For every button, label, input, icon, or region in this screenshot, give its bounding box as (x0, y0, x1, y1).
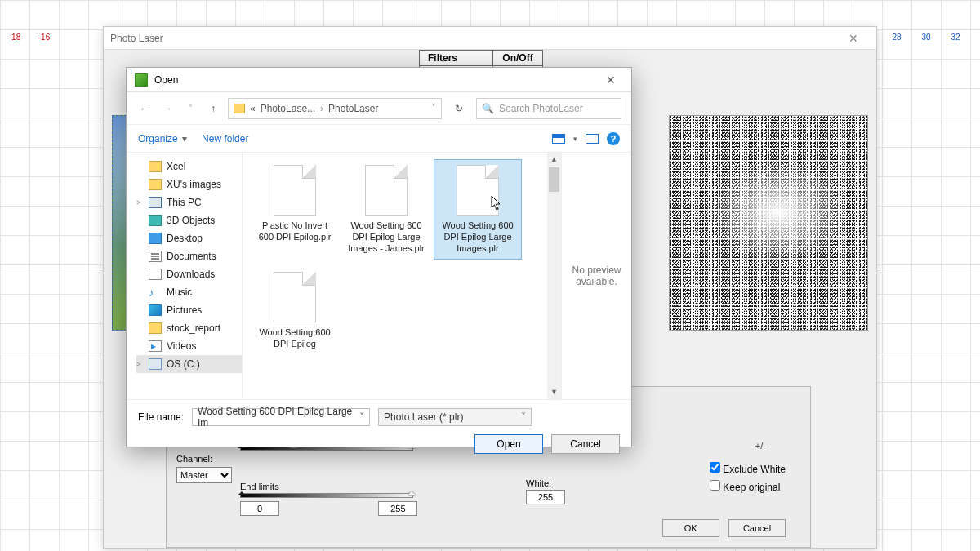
file-name: Plastic No Invert 600 DPI Epilog.plr (255, 220, 335, 243)
search-input[interactable]: 🔍 Search PhotoLaser (476, 98, 621, 119)
preview-pane-icon[interactable] (586, 134, 599, 144)
preview-message: No preview available. (567, 264, 626, 287)
app-icon (135, 73, 148, 87)
dialog-footer: File name: Wood Setting 600 DPI Epilog L… (127, 399, 631, 462)
folder-icon (149, 322, 162, 334)
chevron-down-icon[interactable]: ˅ (521, 411, 526, 423)
navbar: ← → ˅ ↑ « PhotoLase... › PhotoLaser ˅ ↻ … (127, 92, 631, 125)
toolbar: Organize ▾ New folder ▾ ? (127, 125, 631, 153)
file-item[interactable]: Wood Setting 600 DPI Epilog Large Images… (342, 159, 430, 260)
plusminus-label: +/- (755, 441, 766, 451)
folder-icon (149, 179, 162, 190)
folder-icon (234, 104, 245, 113)
address-bar[interactable]: « PhotoLase... › PhotoLaser ˅ (228, 98, 442, 119)
filters-header: Filters (420, 51, 493, 65)
tree-item[interactable]: Xcel (136, 158, 242, 176)
endlimits-label: End limits (240, 482, 417, 491)
new-folder-button[interactable]: New folder (202, 133, 248, 144)
cancel-button[interactable]: Cancel (728, 519, 786, 537)
file-name: Wood Setting 600 DPI Epilog (255, 327, 335, 350)
channel-select[interactable]: Master (176, 467, 232, 483)
chevron-down-icon[interactable]: ˅ (359, 411, 364, 423)
breadcrumb-2[interactable]: PhotoLaser (328, 103, 378, 114)
organize-menu[interactable]: Organize ▾ (138, 133, 187, 144)
dialog-title: Open (154, 74, 599, 86)
3d-icon (149, 215, 162, 226)
result-image[interactable] (669, 115, 868, 331)
dl-icon (149, 269, 162, 280)
tree-item[interactable]: 3D Objects (136, 211, 242, 229)
file-icon (365, 165, 408, 216)
file-name: Wood Setting 600 DPI Epilog Large Images… (346, 220, 426, 254)
chevron-down-icon: ▾ (182, 133, 187, 144)
endlimits-hi-handle[interactable] (408, 487, 416, 495)
endlimits-slider[interactable] (240, 493, 413, 498)
file-name: Wood Setting 600 DPI Epilog Large Images… (438, 220, 518, 254)
search-icon: 🔍 (482, 103, 494, 114)
tree-item[interactable]: Documents (136, 247, 242, 265)
endlimits-group: End limits (240, 482, 417, 516)
up-icon[interactable]: ↑ (205, 100, 221, 117)
ok-button[interactable]: OK (662, 519, 719, 537)
refresh-icon[interactable]: ↻ (448, 103, 470, 114)
endlimits-lo-input[interactable] (240, 501, 279, 516)
white-label: White: (526, 478, 565, 488)
drive-icon (149, 358, 162, 370)
keep-original-option[interactable]: Keep original (710, 480, 786, 493)
cancel-button[interactable]: Cancel (551, 434, 620, 454)
tree-item[interactable]: Pictures (136, 301, 242, 319)
tree-item[interactable]: >This PC (136, 193, 242, 211)
tree-item[interactable]: Desktop (136, 229, 242, 247)
music-icon (149, 287, 162, 298)
tree-item[interactable]: >OS (C:) (136, 355, 242, 373)
endlimits-hi-input[interactable] (378, 501, 417, 516)
tree-item[interactable]: Downloads (136, 265, 242, 283)
open-button[interactable]: Open (474, 434, 543, 454)
back-icon[interactable]: ← (136, 100, 153, 117)
file-item[interactable]: Plastic No Invert 600 DPI Epilog.plr (251, 159, 339, 260)
desk-icon (149, 233, 162, 244)
keep-original-checkbox[interactable] (710, 480, 720, 491)
dialog-buttons: OK Cancel (656, 519, 786, 537)
file-icon (457, 165, 499, 216)
close-icon[interactable]: ✕ (599, 73, 623, 87)
nav-tree[interactable]: XcelXU's images>This PC3D ObjectsDesktop… (127, 153, 243, 399)
endlimits-lo-handle[interactable] (238, 487, 246, 495)
chevron-down-icon[interactable]: ˅ (431, 103, 436, 114)
dialog-titlebar[interactable]: Open ✕ (127, 68, 631, 92)
chevron-down-icon[interactable]: ▾ (573, 135, 577, 143)
view-mode-icon[interactable] (552, 134, 565, 144)
file-item[interactable]: Wood Setting 600 DPI Epilog Large Images… (434, 159, 522, 260)
filename-value: Wood Setting 600 DPI Epilog Large Im (198, 406, 359, 429)
tree-item[interactable]: Videos (136, 337, 242, 355)
chevron-right-icon: › (320, 103, 323, 114)
exclude-white-option[interactable]: Exclude White (710, 462, 786, 475)
white-input[interactable] (526, 490, 565, 504)
file-icon (274, 165, 316, 216)
exclude-white-checkbox[interactable] (710, 462, 720, 473)
scrollbar[interactable]: ▲ ▼ (547, 153, 561, 399)
options-group: Exclude White Keep original (710, 457, 786, 498)
breadcrumb-1[interactable]: PhotoLase... (261, 103, 315, 114)
scroll-thumb[interactable] (549, 167, 559, 192)
tree-item[interactable]: XU's images (136, 176, 242, 193)
search-placeholder: Search PhotoLaser (499, 103, 583, 114)
filename-combo[interactable]: Wood Setting 600 DPI Epilog Large Im ˅ (192, 408, 370, 426)
file-pane[interactable]: ▲ ▼ Plastic No Invert 600 DPI Epilog.plr… (243, 153, 561, 399)
filetype-value: Photo Laser (*.plr) (384, 411, 463, 423)
tree-item[interactable]: stock_report (136, 319, 242, 337)
file-item[interactable]: Wood Setting 600 DPI Epilog (251, 266, 339, 356)
file-icon (274, 272, 316, 322)
filetype-combo[interactable]: Photo Laser (*.plr) ˅ (378, 408, 532, 426)
scroll-down-icon[interactable]: ▼ (547, 385, 561, 399)
close-icon[interactable]: ✕ (837, 32, 870, 45)
forward-icon: → (159, 100, 176, 117)
preview-pane: No preview available. (561, 153, 631, 399)
recent-dropdown-icon[interactable]: ˅ (182, 100, 198, 117)
tree-item[interactable]: Music (136, 283, 242, 301)
scroll-up-icon[interactable]: ▲ (547, 153, 561, 167)
help-icon[interactable]: ? (607, 132, 620, 145)
window-title: Photo Laser (110, 33, 837, 44)
white-group: White: (526, 478, 565, 504)
titlebar[interactable]: Photo Laser ✕ (104, 27, 876, 50)
